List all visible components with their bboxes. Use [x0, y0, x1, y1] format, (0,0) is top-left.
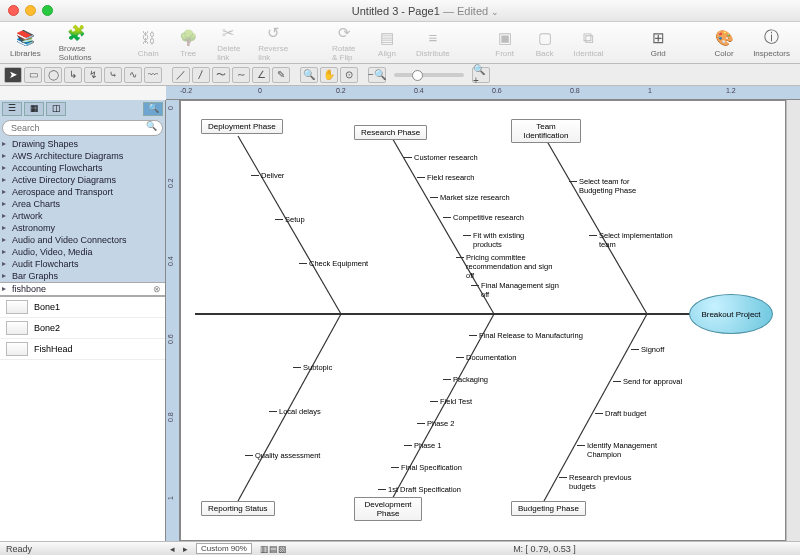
- bone-label[interactable]: Final Management sign off: [481, 281, 561, 299]
- bone-label[interactable]: Research previous budgets: [569, 473, 659, 491]
- distribute-button: ≡Distribute: [416, 28, 450, 58]
- bone-label[interactable]: Customer research: [414, 153, 478, 162]
- close-window-button[interactable]: [8, 5, 19, 16]
- zoom-in-icon[interactable]: 🔍+: [472, 67, 490, 83]
- tree-item[interactable]: Drawing Shapes: [0, 138, 165, 150]
- category-reporting[interactable]: Reporting Status: [201, 501, 275, 516]
- free-tool[interactable]: ∼: [232, 67, 250, 83]
- scrollbar-vertical[interactable]: [786, 100, 800, 541]
- titlebar: Untitled 3 - Page1 — Edited ⌄: [0, 0, 800, 22]
- tree-item[interactable]: Audio and Video Connectors: [0, 234, 165, 246]
- page-nav-next[interactable]: ▸: [183, 544, 188, 554]
- tree-item-selected[interactable]: fishbone⊗: [0, 282, 165, 296]
- page-nav-prev[interactable]: ◂: [170, 544, 175, 554]
- large-view-button[interactable]: ◫: [46, 102, 66, 116]
- grid-view-button[interactable]: ▦: [24, 102, 44, 116]
- zoom-slider[interactable]: [394, 73, 464, 77]
- bone-label[interactable]: 1st Draft Specification: [388, 485, 461, 494]
- distribute-icon: ≡: [422, 28, 444, 48]
- inspectors-button[interactable]: ⓘInspectors: [753, 28, 790, 58]
- bezier-tool[interactable]: 〰: [144, 67, 162, 83]
- category-development[interactable]: Development Phase: [354, 497, 422, 521]
- bone-label[interactable]: Quality assessment: [255, 451, 320, 460]
- pen-tool[interactable]: ✎: [272, 67, 290, 83]
- bone-label[interactable]: Send for approval: [623, 377, 682, 386]
- bone-label[interactable]: Deliver: [261, 171, 284, 180]
- bone-label[interactable]: Final Specification: [401, 463, 462, 472]
- bone-label[interactable]: Draft budget: [605, 409, 646, 418]
- connector-tool[interactable]: ↳: [64, 67, 82, 83]
- close-icon[interactable]: ⊗: [153, 284, 161, 294]
- tree-item[interactable]: Astronomy: [0, 222, 165, 234]
- bone-label[interactable]: Select implementation team: [599, 231, 689, 249]
- select-tool[interactable]: ➤: [4, 67, 22, 83]
- tree-item[interactable]: Accounting Flowcharts: [0, 162, 165, 174]
- rect-tool[interactable]: ▭: [24, 67, 42, 83]
- bone-label[interactable]: Check Equipment: [309, 259, 368, 268]
- front-icon: ▣: [494, 28, 516, 48]
- grid-button[interactable]: ⊞Grid: [647, 28, 669, 58]
- bone-label[interactable]: Market size research: [440, 193, 510, 202]
- title-dropdown-icon[interactable]: ⌄: [491, 7, 499, 17]
- bone-label[interactable]: Local delays: [279, 407, 321, 416]
- bone-label[interactable]: Packaging: [453, 375, 488, 384]
- bone-label[interactable]: Competitive research: [453, 213, 524, 222]
- line-tool[interactable]: ／: [172, 67, 190, 83]
- zoom-window-button[interactable]: [42, 5, 53, 16]
- bone-label[interactable]: Signoff: [641, 345, 664, 354]
- zoom-dropdown[interactable]: Custom 90%: [196, 543, 252, 554]
- sidebar-search-button[interactable]: 🔍: [143, 102, 163, 116]
- tree-item[interactable]: AWS Architecture Diagrams: [0, 150, 165, 162]
- bone-label[interactable]: Subtopic: [303, 363, 332, 372]
- shape-item[interactable]: FishHead: [0, 339, 165, 360]
- zoom-out-icon[interactable]: −🔍: [368, 67, 386, 83]
- bone-label[interactable]: Select team for Budgeting Phase: [579, 177, 659, 195]
- tree-item[interactable]: Bar Graphs: [0, 270, 165, 282]
- arc-tool[interactable]: ⤷: [104, 67, 122, 83]
- category-budgeting[interactable]: Budgeting Phase: [511, 501, 586, 516]
- color-button[interactable]: 🎨Color: [713, 28, 735, 58]
- bone-label[interactable]: Setup: [285, 215, 305, 224]
- canvas[interactable]: Deployment Phase Research Phase Team Ide…: [180, 100, 786, 541]
- libraries-button[interactable]: 📚Libraries: [10, 28, 41, 58]
- bone-label[interactable]: Identify Management Champion: [587, 441, 677, 459]
- bone-label[interactable]: Field research: [427, 173, 475, 182]
- back-button: ▢Back: [534, 28, 556, 58]
- search-input[interactable]: [2, 120, 163, 136]
- smart-connector-tool[interactable]: ↯: [84, 67, 102, 83]
- bone-label[interactable]: Documentation: [466, 353, 516, 362]
- bone-label[interactable]: Phase 1: [414, 441, 442, 450]
- bone-label[interactable]: Pricing committee recommendation and sig…: [466, 253, 556, 280]
- view-mode-buttons[interactable]: ▥▤▧: [260, 544, 287, 554]
- category-deployment[interactable]: Deployment Phase: [201, 119, 283, 134]
- category-team[interactable]: Team Identification: [511, 119, 581, 143]
- shape-item[interactable]: Bone1: [0, 297, 165, 318]
- category-research[interactable]: Research Phase: [354, 125, 427, 140]
- browse-button[interactable]: 🧩Browse Solutions: [59, 23, 94, 62]
- bone-label[interactable]: Final Release to Manufacturing: [479, 331, 583, 340]
- ruler-horizontal: -0.200.20.40.60.811.2: [166, 86, 800, 100]
- tree-item[interactable]: Audio, Video, Media: [0, 246, 165, 258]
- spline-tool[interactable]: ∿: [124, 67, 142, 83]
- minimize-window-button[interactable]: [25, 5, 36, 16]
- pan-tool[interactable]: ✋: [320, 67, 338, 83]
- polyline-tool[interactable]: 〳: [192, 67, 210, 83]
- tree-item[interactable]: Audit Flowcharts: [0, 258, 165, 270]
- tree-item[interactable]: Area Charts: [0, 198, 165, 210]
- tree-item[interactable]: Artwork: [0, 210, 165, 222]
- tree-item[interactable]: Aerospace and Transport: [0, 186, 165, 198]
- shape-item[interactable]: Bone2: [0, 318, 165, 339]
- ellipse-tool[interactable]: ◯: [44, 67, 62, 83]
- lasso-tool[interactable]: ⊙: [340, 67, 358, 83]
- bone-label[interactable]: Phase 2: [427, 419, 455, 428]
- mouse-coords: M: [ 0.79, 0.53 ]: [295, 544, 794, 554]
- bone-label[interactable]: Fit with existing products: [473, 231, 543, 249]
- fishbone-head[interactable]: Breakout Project: [689, 294, 773, 334]
- rotate-button: ⟳Rotate & Flip: [332, 23, 358, 62]
- bone-label[interactable]: Field Test: [440, 397, 472, 406]
- tree-item[interactable]: Active Directory Diagrams: [0, 174, 165, 186]
- angle-tool[interactable]: ∠: [252, 67, 270, 83]
- curve-tool[interactable]: 〜: [212, 67, 230, 83]
- zoom-in-tool[interactable]: 🔍: [300, 67, 318, 83]
- list-view-button[interactable]: ☰: [2, 102, 22, 116]
